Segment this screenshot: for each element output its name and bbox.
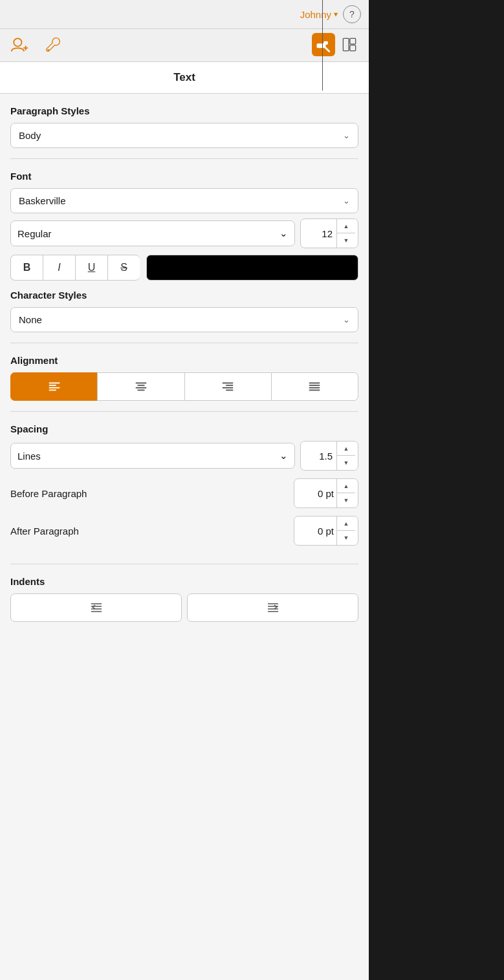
align-justify-button[interactable] bbox=[271, 372, 358, 401]
paragraph-styles-dropdown[interactable]: Body ⌄ bbox=[10, 123, 358, 148]
decrease-indent-button[interactable] bbox=[10, 593, 182, 622]
help-label: ? bbox=[349, 9, 355, 19]
paragraph-styles-label: Paragraph Styles bbox=[10, 105, 358, 116]
font-style-dropdown[interactable]: Regular ⌄ bbox=[10, 220, 295, 246]
svg-rect-7 bbox=[343, 38, 349, 50]
paragraph-styles-chevron-icon: ⌄ bbox=[343, 131, 350, 140]
font-size-decrement-button[interactable]: ▼ bbox=[337, 233, 355, 248]
format-button[interactable] bbox=[312, 33, 335, 56]
align-center-button[interactable] bbox=[97, 372, 184, 401]
svg-point-3 bbox=[47, 49, 49, 51]
font-family-chevron-icon: ⌄ bbox=[343, 196, 350, 206]
wrench-button[interactable] bbox=[41, 33, 65, 56]
indents-row bbox=[10, 593, 358, 622]
svg-point-0 bbox=[14, 38, 21, 46]
svg-rect-8 bbox=[350, 38, 356, 44]
svg-rect-9 bbox=[350, 45, 356, 51]
layout-button[interactable] bbox=[338, 33, 361, 56]
spacing-label: Spacing bbox=[10, 423, 358, 434]
spacing-decrement-button[interactable]: ▼ bbox=[337, 456, 355, 470]
before-paragraph-field: ▲ ▼ bbox=[294, 478, 358, 508]
before-paragraph-row: Before Paragraph ▲ ▼ bbox=[10, 478, 358, 508]
before-paragraph-input[interactable] bbox=[294, 482, 336, 506]
spacing-section: Spacing Lines ⌄ ▲ ▼ Before Paragraph bbox=[10, 412, 358, 564]
panel-body: Paragraph Styles Body ⌄ Font Baskerville… bbox=[0, 94, 369, 980]
paragraph-styles-value: Body bbox=[19, 130, 41, 141]
italic-button[interactable]: I bbox=[43, 255, 75, 281]
svg-rect-5 bbox=[323, 41, 328, 45]
add-user-button[interactable] bbox=[8, 33, 31, 56]
alignment-section: Alignment bbox=[10, 343, 358, 412]
align-left-button[interactable] bbox=[10, 372, 97, 401]
align-right-icon bbox=[221, 379, 235, 394]
character-styles-label: Character Styles bbox=[10, 290, 358, 301]
spacing-type-row: Lines ⌄ ▲ ▼ bbox=[10, 441, 358, 471]
before-paragraph-stepper: ▲ ▼ bbox=[336, 479, 355, 507]
after-paragraph-decrement-button[interactable]: ▼ bbox=[337, 531, 355, 545]
font-section: Font Baskerville ⌄ Regular ⌄ ▲ ▼ bbox=[10, 159, 358, 343]
character-styles-value: None bbox=[19, 314, 42, 325]
help-button[interactable]: ? bbox=[343, 5, 361, 23]
user-name: Johnny bbox=[300, 9, 331, 20]
align-right-button[interactable] bbox=[184, 372, 271, 401]
align-center-icon bbox=[134, 379, 148, 394]
after-paragraph-input[interactable] bbox=[294, 519, 336, 543]
font-family-value: Baskerville bbox=[19, 195, 66, 206]
alignment-label: Alignment bbox=[10, 355, 358, 366]
after-paragraph-label: After Paragraph bbox=[10, 526, 79, 537]
font-family-dropdown[interactable]: Baskerville ⌄ bbox=[10, 188, 358, 213]
after-paragraph-stepper: ▲ ▼ bbox=[336, 517, 355, 545]
font-size-increment-button[interactable]: ▲ bbox=[337, 219, 355, 233]
text-color-swatch[interactable] bbox=[146, 255, 358, 281]
bold-button[interactable]: B bbox=[10, 255, 43, 281]
font-size-field: ▲ ▼ bbox=[300, 218, 358, 248]
after-paragraph-field: ▲ ▼ bbox=[294, 516, 358, 546]
font-label: Font bbox=[10, 171, 358, 182]
user-dropdown[interactable]: Johnny ▾ bbox=[300, 9, 338, 20]
align-left-icon bbox=[47, 379, 61, 394]
toolbar-row bbox=[0, 29, 369, 62]
before-paragraph-label: Before Paragraph bbox=[10, 488, 87, 499]
font-style-row: Regular ⌄ ▲ ▼ bbox=[10, 218, 358, 248]
align-justify-icon bbox=[307, 379, 322, 394]
user-chevron-icon: ▾ bbox=[334, 10, 338, 19]
font-style-chevron-icon: ⌄ bbox=[279, 228, 288, 239]
spacing-value-field: ▲ ▼ bbox=[300, 441, 358, 471]
font-size-input[interactable] bbox=[301, 222, 336, 246]
spacing-type-dropdown[interactable]: Lines ⌄ bbox=[10, 443, 295, 469]
indents-section: Indents bbox=[10, 564, 358, 632]
toolbar-left bbox=[8, 33, 65, 56]
character-styles-subsection: Character Styles None ⌄ bbox=[10, 290, 358, 332]
spacing-increment-button[interactable]: ▲ bbox=[337, 442, 355, 456]
character-styles-dropdown[interactable]: None ⌄ bbox=[10, 307, 358, 332]
format-row: B I U S bbox=[10, 255, 358, 281]
font-size-stepper: ▲ ▼ bbox=[336, 219, 355, 248]
character-styles-chevron-icon: ⌄ bbox=[343, 315, 350, 325]
before-paragraph-increment-button[interactable]: ▲ bbox=[337, 479, 355, 493]
decrease-indent-icon bbox=[89, 600, 104, 615]
before-paragraph-decrement-button[interactable]: ▼ bbox=[337, 493, 355, 507]
indents-label: Indents bbox=[10, 576, 358, 587]
font-style-value: Regular bbox=[17, 228, 52, 239]
paragraph-styles-section: Paragraph Styles Body ⌄ bbox=[10, 94, 358, 159]
top-bar: Johnny ▾ ? bbox=[0, 0, 369, 29]
after-paragraph-increment-button[interactable]: ▲ bbox=[337, 517, 355, 531]
spacing-value-input[interactable] bbox=[301, 444, 336, 468]
alignment-row bbox=[10, 372, 358, 401]
section-title: Text bbox=[173, 71, 195, 83]
increase-indent-icon bbox=[265, 600, 281, 615]
strikethrough-button[interactable]: S bbox=[107, 255, 140, 281]
toolbar-right bbox=[312, 33, 361, 56]
spacing-value-stepper: ▲ ▼ bbox=[336, 442, 355, 470]
spacing-type-value: Lines bbox=[17, 451, 41, 462]
section-title-bar: Text bbox=[0, 62, 369, 94]
spacing-type-chevron-icon: ⌄ bbox=[279, 450, 288, 462]
svg-line-6 bbox=[325, 47, 329, 52]
underline-button[interactable]: U bbox=[75, 255, 107, 281]
increase-indent-button[interactable] bbox=[187, 593, 358, 622]
after-paragraph-row: After Paragraph ▲ ▼ bbox=[10, 516, 358, 546]
